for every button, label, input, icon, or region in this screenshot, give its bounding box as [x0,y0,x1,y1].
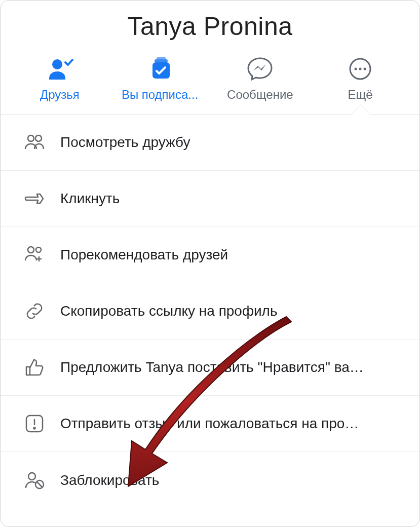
like-icon [24,357,45,378]
svg-point-9 [35,135,42,141]
subscribed-icon [146,56,174,82]
svg-point-14 [34,428,35,429]
svg-point-5 [355,68,357,70]
menu-item-view-friendship[interactable]: Посмотреть дружбу [1,115,419,171]
menu-item-copy-link[interactable]: Скопировать ссылку на профиль [1,283,419,340]
svg-point-11 [36,247,41,252]
profile-more-menu-screen: Tanya Pronina Друзья Вы по [0,0,420,527]
menu-item-block[interactable]: Заблокировать [1,452,419,508]
menu-label: Посмотреть дружбу [60,134,190,150]
tab-friends[interactable]: Друзья [14,56,105,102]
messenger-icon [246,56,274,82]
svg-point-15 [28,473,35,480]
suggest-friends-icon [24,244,45,266]
friends-icon [46,56,73,82]
tab-friends-label: Друзья [40,88,80,102]
more-menu-list: Посмотреть дружбу Кликнуть Порекомендова… [1,115,419,526]
svg-point-8 [28,135,34,141]
svg-rect-3 [157,57,166,59]
page-title: Tanya Pronina [1,1,419,53]
svg-line-17 [36,481,43,487]
poke-icon [24,188,45,209]
tab-message[interactable]: Сообщение [214,56,306,102]
active-tab-pointer [352,105,370,115]
svg-point-6 [359,68,362,70]
menu-label: Скопировать ссылку на профиль [60,303,278,319]
menu-label: Кликнуть [60,191,120,207]
menu-item-poke[interactable]: Кликнуть [1,171,419,227]
friendship-icon [24,132,45,153]
tab-more[interactable]: Ещё [315,56,406,102]
menu-item-report[interactable]: Отправить отзыв или пожаловаться на про… [1,396,419,452]
svg-point-7 [364,68,366,70]
menu-label: Отправить отзыв или пожаловаться на про… [60,416,359,432]
svg-point-10 [28,247,34,253]
menu-label: Порекомендовать друзей [60,247,228,263]
tab-subscribed-label: Вы подписа... [122,88,199,102]
menu-label: Предложить Tanya поставить "Нравится" ва… [60,359,364,375]
menu-item-suggest-like[interactable]: Предложить Tanya поставить "Нравится" ва… [1,340,419,396]
more-icon [347,56,374,82]
link-icon [24,300,45,322]
tab-more-label: Ещё [348,88,373,102]
tab-subscribed[interactable]: Вы подписа... [114,56,206,102]
report-icon [24,413,45,434]
svg-rect-2 [155,59,168,62]
menu-item-suggest-friends[interactable]: Порекомендовать друзей [1,227,419,283]
svg-point-0 [52,59,62,69]
tab-message-label: Сообщение [227,88,293,102]
profile-action-tabs: Друзья Вы подписа... Сообщение [1,53,419,115]
menu-label: Заблокировать [60,472,159,488]
block-user-icon [24,470,45,491]
